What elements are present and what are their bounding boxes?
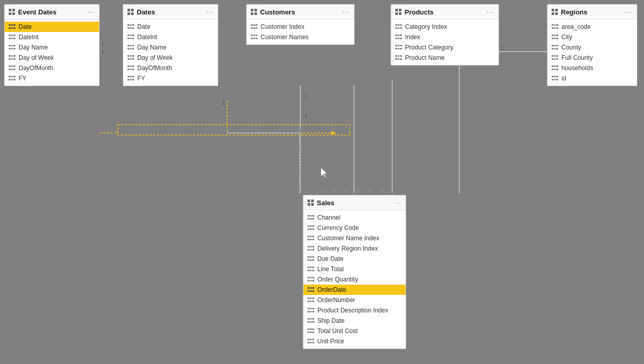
- field-row[interactable]: Day of Week: [123, 53, 218, 63]
- diagram-canvas: 1 1 1 1 1: [0, 0, 644, 364]
- dates-table: Dates ··· Date DateInt Day Name Day of W…: [123, 4, 218, 86]
- sales-fields: Channel Currency Code Customer Name Inde…: [303, 210, 406, 349]
- field-row[interactable]: Channel: [303, 212, 406, 223]
- field-row[interactable]: area_code: [548, 22, 637, 32]
- field-row[interactable]: Category Index: [391, 22, 498, 32]
- field-row[interactable]: Delivery Region Index: [303, 243, 406, 254]
- field-row[interactable]: Unit Price: [303, 336, 406, 346]
- svg-marker-6: [298, 192, 302, 197]
- field-row[interactable]: Order Quantity: [303, 274, 406, 285]
- svg-text:1: 1: [101, 41, 104, 47]
- field-name: Date: [19, 23, 31, 30]
- table-grid-icon: [552, 9, 558, 15]
- field-row[interactable]: id: [548, 73, 637, 84]
- sales-table: Sales ··· Channel Currency Code Customer…: [303, 195, 406, 349]
- field-row[interactable]: Product Name: [391, 53, 498, 63]
- field-row[interactable]: Date: [123, 22, 218, 32]
- field-row[interactable]: Product Category: [391, 42, 498, 53]
- field-row[interactable]: FY: [123, 73, 218, 84]
- customers-table: Customers ··· Customer Index Customer Na…: [246, 4, 355, 45]
- field-icon: [127, 55, 134, 61]
- field-icon: [552, 65, 558, 71]
- svg-point-21: [345, 189, 348, 192]
- products-menu[interactable]: ···: [487, 8, 494, 16]
- field-row[interactable]: Total Unit Cost: [303, 326, 406, 336]
- regions-fields: area_code City County Full County househ…: [548, 20, 637, 86]
- svg-text:1: 1: [101, 49, 104, 55]
- field-icon: [9, 45, 15, 51]
- field-row[interactable]: Date: [5, 22, 99, 32]
- dates-menu[interactable]: ···: [206, 8, 214, 16]
- regions-title: Regions: [561, 8, 622, 16]
- field-name: FY: [19, 75, 26, 82]
- field-row[interactable]: Customer Index: [247, 22, 354, 32]
- field-row[interactable]: County: [548, 42, 637, 53]
- field-row[interactable]: Customer Names: [247, 32, 354, 42]
- field-row[interactable]: Line Total: [303, 264, 406, 274]
- svg-point-19: [321, 189, 324, 192]
- field-row[interactable]: DayOfMonth: [5, 63, 99, 73]
- field-row[interactable]: DayOfMonth: [123, 63, 218, 73]
- field-row[interactable]: OrderNumber: [303, 295, 406, 305]
- field-name: FY: [137, 75, 145, 82]
- field-row[interactable]: City: [548, 32, 637, 42]
- field-icon: [127, 35, 134, 40]
- field-icon: [308, 297, 314, 303]
- field-row[interactable]: DateInt: [5, 32, 99, 42]
- field-icon: [127, 65, 134, 71]
- field-row[interactable]: Day Name: [5, 42, 99, 53]
- field-icon: [552, 76, 558, 81]
- table-grid-icon: [308, 200, 314, 206]
- field-row[interactable]: Ship Date: [303, 316, 406, 326]
- dates-fields: Date DateInt Day Name Day of Week DayOfM…: [123, 20, 218, 86]
- products-fields: Category Index Index Product Category Pr…: [391, 20, 498, 65]
- field-row[interactable]: Currency Code: [303, 223, 406, 233]
- field-name: Full County: [561, 54, 593, 61]
- field-name: Customer Index: [261, 23, 304, 30]
- field-name: Index: [405, 34, 420, 41]
- field-row[interactable]: Day of Week: [5, 53, 99, 63]
- customers-title: Customers: [260, 8, 339, 16]
- sales-menu[interactable]: ···: [394, 198, 401, 207]
- field-row[interactable]: Day Name: [123, 42, 218, 53]
- field-row[interactable]: Due Date: [303, 254, 406, 264]
- field-name: Product Name: [405, 54, 445, 61]
- field-row[interactable]: Index: [391, 32, 498, 42]
- svg-text:1: 1: [222, 100, 225, 106]
- field-icon: [395, 24, 402, 30]
- field-icon: [308, 256, 314, 262]
- field-row[interactable]: households: [548, 63, 637, 73]
- svg-point-22: [357, 189, 360, 192]
- field-icon: [308, 215, 314, 221]
- field-name: OrderNumber: [317, 296, 355, 304]
- svg-point-24: [380, 189, 383, 192]
- field-icon: [308, 277, 314, 283]
- field-row[interactable]: DateInt: [123, 32, 218, 42]
- svg-text:1: 1: [304, 113, 308, 120]
- field-name: id: [561, 75, 566, 82]
- table-grid-icon: [9, 9, 15, 15]
- customers-fields: Customer Index Customer Names: [247, 20, 354, 44]
- field-row[interactable]: Full County: [548, 53, 637, 63]
- field-row[interactable]: Customer Name Index: [303, 233, 406, 243]
- event-dates-fields: Date DateInt Day Name Day of Week: [5, 20, 99, 86]
- customers-menu[interactable]: ···: [342, 8, 350, 16]
- field-name: Unit Price: [317, 338, 344, 345]
- products-header: Products ···: [391, 5, 498, 20]
- regions-header: Regions ···: [548, 5, 637, 20]
- field-icon: [308, 339, 314, 344]
- field-icon: [9, 55, 15, 61]
- event-dates-menu[interactable]: ···: [87, 8, 95, 16]
- field-name: households: [561, 64, 593, 72]
- event-dates-table: Event Dates ··· Date DateInt Day Name: [4, 4, 100, 86]
- field-row[interactable]: Product Description Index: [303, 305, 406, 316]
- field-name: Product Description Index: [317, 307, 388, 314]
- field-icon: [251, 24, 257, 30]
- regions-menu[interactable]: ···: [625, 8, 633, 16]
- field-row-orderdate[interactable]: OrderDate: [303, 285, 406, 295]
- field-name: Customer Name Index: [317, 235, 379, 242]
- field-row[interactable]: FY: [5, 73, 99, 84]
- field-name: Product Category: [405, 44, 453, 51]
- svg-text:1: 1: [304, 93, 308, 99]
- field-icon: [308, 308, 314, 313]
